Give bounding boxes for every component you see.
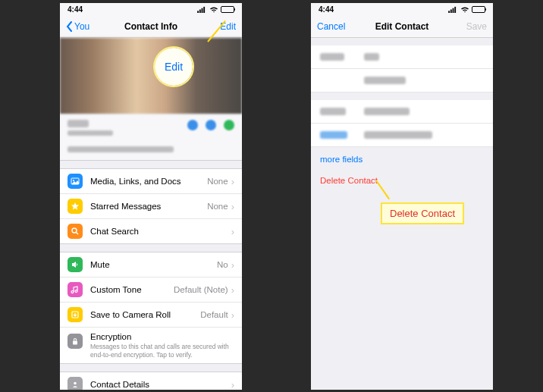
group-media: Media, Links, and Docs None › Starred Me… xyxy=(60,168,242,244)
row-label: Mute xyxy=(90,260,217,269)
chevron-right-icon: › xyxy=(231,176,234,187)
svg-line-7 xyxy=(76,232,78,234)
wifi-icon xyxy=(209,6,218,13)
row-contact-details[interactable]: Contact Details › xyxy=(60,372,242,390)
row-mute[interactable]: Mute No › xyxy=(60,252,242,278)
chevron-right-icon: › xyxy=(231,309,234,321)
back-button[interactable]: You xyxy=(66,21,89,32)
nav-bar: Cancel Edit Contact Save xyxy=(311,15,493,38)
svg-rect-2 xyxy=(202,8,203,13)
status-icons xyxy=(448,6,485,13)
group-details: Contact Details › xyxy=(60,372,242,390)
phone-right: 4:44 Cancel Edit Contact Save more field… xyxy=(311,3,493,390)
contact-name-block xyxy=(67,120,113,136)
cell-signal-icon xyxy=(448,6,458,13)
row-starred[interactable]: Starred Messages None › xyxy=(60,194,242,219)
wifi-icon xyxy=(460,6,469,13)
row-chat-search[interactable]: Chat Search › xyxy=(60,219,242,243)
chevron-right-icon: › xyxy=(231,259,234,271)
row-label: Chat Search xyxy=(90,227,231,236)
battery-icon xyxy=(472,6,485,13)
status-bar: 4:44 xyxy=(311,3,493,15)
svg-point-5 xyxy=(73,180,74,181)
callout-edit: Edit xyxy=(155,48,193,86)
chevron-right-icon: › xyxy=(231,379,234,390)
row-label: Encryption xyxy=(90,332,234,341)
more-fields-link[interactable]: more fields xyxy=(311,147,493,171)
row-label: Save to Camera Roll xyxy=(90,310,200,319)
svg-rect-1 xyxy=(199,10,201,14)
field-company[interactable] xyxy=(311,69,493,93)
cancel-label: Cancel xyxy=(317,21,345,32)
row-value: Default xyxy=(200,310,228,319)
svg-point-6 xyxy=(72,228,77,233)
field-name[interactable] xyxy=(311,45,493,69)
row-value: None xyxy=(207,202,228,211)
group-settings: Mute No › Custom Tone Default (Note) › S… xyxy=(60,252,242,364)
status-time: 4:44 xyxy=(319,5,334,14)
svg-point-10 xyxy=(74,382,77,385)
row-value: None xyxy=(207,177,228,186)
row-label: Starred Messages xyxy=(90,202,207,211)
svg-rect-14 xyxy=(454,7,456,13)
svg-rect-13 xyxy=(453,8,454,13)
status-bar: 4:44 xyxy=(60,3,242,15)
contact-card-icon xyxy=(67,377,83,390)
chevron-left-icon xyxy=(66,21,73,32)
svg-rect-0 xyxy=(197,11,199,13)
delete-contact-link[interactable]: Delete Contact xyxy=(311,171,493,190)
cancel-button[interactable]: Cancel xyxy=(317,21,345,32)
battery-icon xyxy=(221,6,234,13)
save-button[interactable]: Save xyxy=(466,21,487,32)
chevron-right-icon: › xyxy=(231,201,234,212)
svg-rect-11 xyxy=(448,11,450,13)
svg-rect-12 xyxy=(450,10,452,14)
svg-rect-9 xyxy=(73,341,77,345)
video-icon[interactable] xyxy=(206,120,216,130)
chevron-right-icon: › xyxy=(231,226,234,237)
status-time: 4:44 xyxy=(67,5,83,14)
chevron-right-icon: › xyxy=(231,284,234,296)
row-media[interactable]: Media, Links, and Docs None › xyxy=(60,169,242,194)
row-label: Contact Details xyxy=(90,380,231,389)
row-label: Media, Links, and Docs xyxy=(90,177,207,186)
row-camera-roll[interactable]: Save to Camera Roll Default › xyxy=(60,303,242,328)
back-label: You xyxy=(74,21,89,32)
search-icon xyxy=(67,224,83,239)
speaker-icon xyxy=(67,257,83,272)
save-icon xyxy=(67,307,83,322)
contact-header xyxy=(60,114,242,142)
photos-icon xyxy=(67,174,83,189)
row-custom-tone[interactable]: Custom Tone Default (Note) › xyxy=(60,278,242,303)
row-label: Custom Tone xyxy=(90,285,174,294)
call-icon[interactable] xyxy=(224,120,234,130)
row-subtext: Messages to this chat and calls are secu… xyxy=(90,343,234,359)
status-icons xyxy=(197,6,234,13)
message-icon[interactable] xyxy=(187,120,198,130)
star-icon xyxy=(67,199,83,214)
status-text-row xyxy=(60,142,242,161)
field-phone-value[interactable] xyxy=(311,124,493,147)
callout-delete: Delete Contact xyxy=(381,202,464,224)
contact-photo xyxy=(60,38,242,114)
music-note-icon xyxy=(67,282,83,297)
row-value: Default (Note) xyxy=(174,285,228,294)
action-icons xyxy=(187,120,234,130)
svg-rect-3 xyxy=(203,7,205,13)
cell-signal-icon xyxy=(197,6,207,13)
field-phone-label[interactable] xyxy=(311,100,493,124)
row-encryption[interactable]: Encryption Messages to this chat and cal… xyxy=(60,328,242,363)
row-value: No xyxy=(217,260,228,269)
phone-left: 4:44 You Contact Info Edit Med xyxy=(60,3,242,390)
lock-icon xyxy=(67,334,83,349)
